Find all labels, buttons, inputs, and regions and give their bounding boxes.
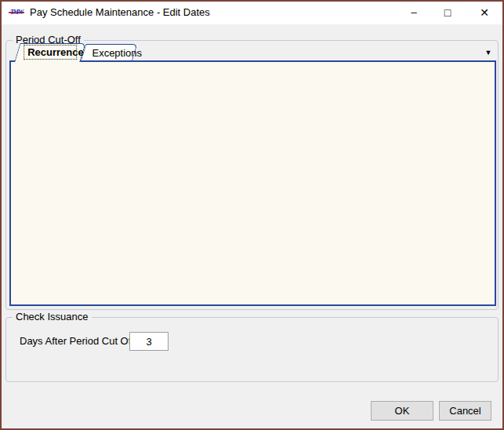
maximize-icon: □: [444, 6, 451, 19]
minimize-icon: –: [411, 6, 416, 18]
check-issuance-label: Check Issuance: [13, 311, 92, 322]
days-after-label: Days After Period Cut Off:: [20, 335, 136, 347]
tab-recurrence[interactable]: Recurrence: [14, 43, 85, 62]
tab-overflow-dropdown[interactable]: ▼: [480, 46, 497, 59]
tab-recurrence-label: Recurrence: [24, 46, 76, 59]
window-title: Pay Schedule Maintenance - Edit Dates: [30, 6, 210, 18]
title-bar: TMW Pay Schedule Maintenance - Edit Date…: [0, 0, 504, 24]
recurrence-tab-page: [9, 60, 496, 306]
chevron-down-icon: ▼: [485, 49, 492, 56]
close-button[interactable]: ✕: [469, 0, 500, 24]
maximize-button[interactable]: □: [432, 0, 463, 24]
check-issuance-group: Check Issuance: [5, 317, 499, 382]
close-icon: ✕: [480, 6, 489, 19]
cancel-button[interactable]: Cancel: [439, 401, 491, 421]
dialog-window: TMW Pay Schedule Maintenance - Edit Date…: [0, 0, 504, 430]
days-after-input[interactable]: [129, 332, 169, 351]
tab-exceptions-label: Exceptions: [84, 45, 134, 59]
tab-underfill: [16, 60, 79, 63]
app-logo-icon: TMW: [9, 7, 24, 17]
ok-button[interactable]: OK: [371, 401, 433, 421]
minimize-button[interactable]: –: [398, 0, 430, 24]
tab-exceptions[interactable]: Exceptions: [80, 44, 137, 62]
